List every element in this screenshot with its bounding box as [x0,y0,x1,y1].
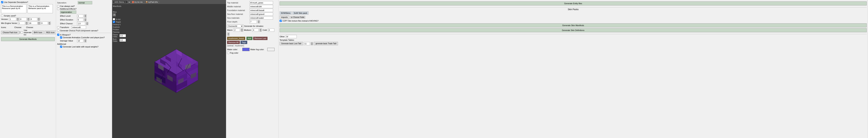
loot-down[interactable]: ▼ [311,44,313,45]
el-down[interactable]: ▼ [84,16,87,18]
version-2-down[interactable]: ▼ [27,19,30,21]
middle-material-input[interactable] [250,5,273,8]
min-engine-1[interactable] [18,22,25,25]
version-1-down[interactable]: ▼ [17,19,19,21]
generate-loot-table-button[interactable]: Generate basic Loot Tabl [280,42,303,45]
me3-down[interactable]: ▼ [48,23,51,25]
me2-down[interactable]: ▼ [38,23,40,25]
burn-odds-input[interactable] [120,39,126,42]
med-down[interactable]: ▼ [259,30,262,32]
tab-res[interactable]: 🧱 my mc res [130,1,144,3]
ed-up[interactable]: ▲ [84,18,87,20]
loot-table-input[interactable] [304,42,310,45]
medium-input[interactable] [252,28,258,32]
demo-text2[interactable]: This is a Demonstration Behavior pack by… [28,4,53,13]
demo-tab-close[interactable]: × [125,1,126,3]
flame-odds-input[interactable] [120,34,126,37]
effect-type-input[interactable] [60,10,76,14]
fd-down[interactable]: ▼ [257,22,260,23]
ec-up[interactable]: ▲ [86,22,88,24]
copy-skin-label: COPY Skin texture files instead of MOVIN… [282,20,318,22]
gen-anim-checkbox[interactable] [60,36,62,38]
sea-materials-input[interactable] [250,16,273,20]
fog-color-checkbox[interactable] [227,52,229,54]
res-icon-button[interactable]: RES Icon [44,31,56,34]
generate-trade-table-button[interactable]: generate basic Trade Tabl [314,42,338,45]
additional-effects-checkbox[interactable] [57,8,59,10]
sea-floor-input[interactable] [250,12,273,16]
other-input[interactable] [286,35,297,38]
water-color-swatch[interactable] [242,48,250,51]
transform-input[interactable] [72,26,86,29]
ec-down[interactable]: ▼ [86,24,88,25]
min-engine-3[interactable] [41,22,48,25]
use-separate-desc-checkbox[interactable] [1,1,3,3]
add-biome-button[interactable]: Add [246,37,253,40]
dmg-up[interactable]: ▲ [84,39,87,41]
min-engine-2[interactable] [28,22,37,25]
version-3-up[interactable]: ▲ [38,18,40,19]
version-3-down[interactable]: ▼ [38,19,40,21]
top-material-input[interactable] [250,1,273,4]
effect-level-input[interactable] [77,14,83,18]
fd-up[interactable]: ▲ [257,20,260,22]
version-1[interactable] [9,18,16,21]
version-3[interactable] [30,18,37,21]
effect-chance-input[interactable] [77,22,85,25]
tags-button[interactable]: Tags [241,41,247,44]
scripts-used-checkbox[interactable] [1,15,3,17]
generate-skin-definitions-button[interactable]: Generate Skin Definitions [280,28,867,32]
version-2-up[interactable]: ▲ [27,18,30,19]
generate-entity-files-button[interactable]: Generate Entity files [280,1,867,5]
use-separate-icon-checkbox[interactable] [21,31,23,33]
cold-input[interactable] [268,28,274,32]
warm-up[interactable]: ▲ [241,28,243,30]
scripts-used-label: Scripts used? [4,15,16,17]
remove-all-button[interactable]: Remove All [227,41,240,44]
is-exp-checkbox[interactable] [113,18,115,20]
gen-chorus-checkbox[interactable] [57,29,59,32]
choose-pack-icon-button[interactable]: Choose Pack Icon [1,31,19,34]
loot-up[interactable]: ▲ [311,42,313,44]
water-fog-swatch[interactable] [267,48,275,51]
q-mark-block[interactable]: ? [113,13,116,16]
demo-text1[interactable]: This is a Demonstration Resource pack by… [1,4,26,13]
overworld-select[interactable]: Overworld [227,24,243,28]
floor-depth-input[interactable] [250,20,257,23]
generate-manifests-button[interactable]: Generate Manifests [1,37,55,41]
version-2[interactable] [20,18,27,21]
version-1-up[interactable]: ▲ [17,18,19,19]
transform-checkbox[interactable] [57,26,59,28]
cold-up[interactable]: ▲ [227,32,230,34]
warm-down[interactable]: ▼ [241,30,243,32]
foundation-input[interactable] [250,9,273,12]
sow-skins-button[interactable]: SOWSkins [280,11,292,15]
tab-ajg-demo[interactable]: AJG Demo × [113,0,128,4]
choose-folder-button[interactable]: or Choose Folde [290,16,305,19]
warm-input[interactable] [234,28,240,32]
me2-up[interactable]: ▲ [38,22,40,23]
can-always-eat-checkbox[interactable] [57,5,59,7]
sow-skin-pack-button[interactable]: SoW Skin pack [292,11,309,15]
bhv-icon-button[interactable]: BHV Icon [32,31,44,34]
me1-up[interactable]: ▲ [26,22,28,23]
effect-duration-input[interactable] [77,18,83,21]
damage-input[interactable] [77,39,83,43]
el-up[interactable]: ▲ [84,14,87,16]
saturation-input[interactable] [78,1,92,4]
me1-down[interactable]: ▼ [26,23,28,25]
remove-last-button[interactable]: Remove Last [253,37,268,40]
copy-skin-checkbox[interactable] [280,20,282,22]
generate-skin-manifests-button[interactable]: Generate Skin Manifests [280,23,867,27]
cold-down[interactable]: ▼ [227,34,230,36]
imports-button[interactable]: imports [280,16,289,19]
dmg-down[interactable]: ▼ [84,41,87,43]
me3-up[interactable]: ▲ [48,22,51,23]
regist-checkbox[interactable] [113,21,115,23]
pack-icon-preview [20,31,20,34]
ed-down[interactable]: ▼ [84,20,87,21]
med-up[interactable]: ▲ [259,28,262,30]
is-weapon-checkbox[interactable] [57,34,59,36]
tab-bhv[interactable]: 📦 myPack bhv [144,1,159,3]
gen-loot-checkbox[interactable] [60,46,62,48]
